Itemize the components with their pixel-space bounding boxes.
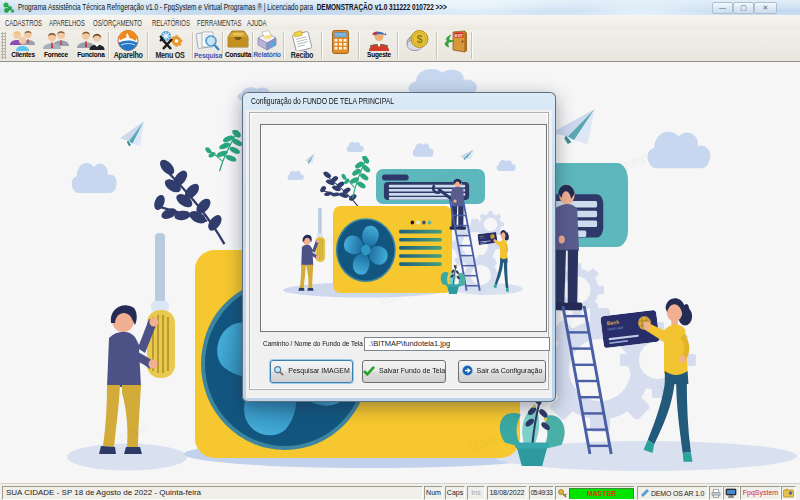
svg-text:$: $ <box>416 33 422 45</box>
svg-text:EXIT: EXIT <box>455 34 464 38</box>
svg-text:123RF: 123RF <box>617 154 649 174</box>
